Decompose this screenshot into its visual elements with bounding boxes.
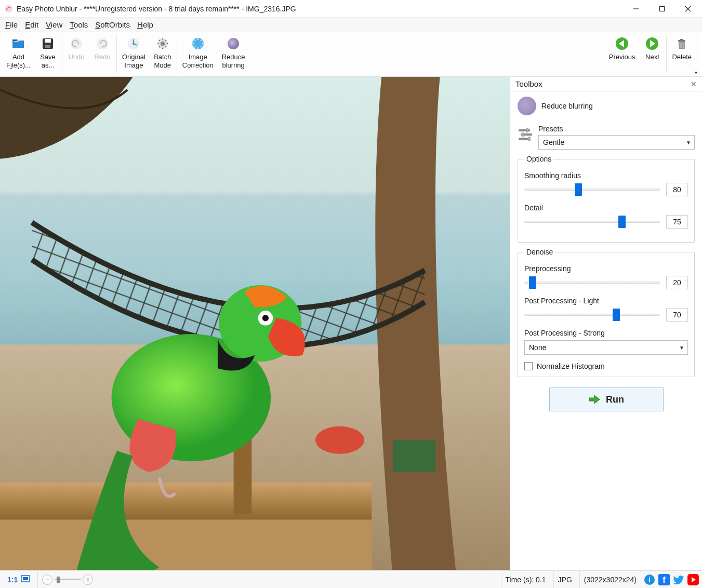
postlight-slider[interactable] [524, 311, 660, 319]
poststrong-value: None [529, 343, 546, 352]
next-button[interactable]: Next [640, 34, 664, 75]
postlight-value[interactable]: 70 [666, 308, 688, 322]
smoothing-value[interactable]: 80 [666, 183, 688, 196]
delete-label: Delete [672, 53, 692, 61]
detail-slider[interactable] [524, 218, 660, 226]
status-dimensions: (3022x3022x24) [579, 571, 641, 588]
normalize-histogram-checkbox[interactable]: Normalize Histogram [524, 362, 688, 370]
zoom-control[interactable]: − + [42, 574, 93, 585]
close-button[interactable] [675, 0, 701, 17]
detail-value[interactable]: 75 [666, 215, 688, 229]
options-legend: Options [524, 155, 553, 163]
window-title: Easy Photo Unblur - ****Unregistered ver… [17, 5, 623, 13]
delete-button[interactable]: Delete [669, 34, 695, 75]
preprocessing-label: Preprocessing [524, 264, 688, 273]
detail-label: Detail [524, 204, 688, 212]
image-correction-button[interactable]: ImageCorrection [179, 34, 217, 75]
chevron-down-icon: ▼ [686, 140, 691, 145]
original-image-label: OriginalImage [122, 53, 145, 70]
svg-point-18 [197, 47, 199, 49]
toolbox-section-title: Reduce blurring [541, 102, 593, 110]
main-area: Toolbox ✕ Reduce blurring Presets Gentle… [0, 77, 702, 570]
toolbar: AddFile(s)... Saveas... Undo Redo Origin… [0, 32, 702, 77]
presets-value: Gentle [543, 138, 564, 146]
svg-point-21 [194, 39, 195, 41]
image-canvas[interactable] [0, 77, 510, 570]
poststrong-select[interactable]: None ▼ [524, 340, 688, 355]
denoise-fieldset: Denoise Preprocessing 20 Post Processing… [518, 248, 695, 377]
next-label: Next [645, 53, 659, 61]
toolbox-panel: Toolbox ✕ Reduce blurring Presets Gentle… [510, 77, 702, 570]
svg-rect-53 [528, 137, 531, 141]
smoothing-label: Smoothing radius [524, 171, 688, 180]
postlight-label: Post Processing - Light [524, 297, 688, 305]
zoom-1to1-label[interactable]: 1:1 [7, 576, 18, 584]
svg-rect-32 [680, 39, 683, 41]
undo-button[interactable]: Undo [64, 34, 88, 75]
zoom-slider[interactable] [55, 579, 81, 580]
youtube-icon[interactable] [687, 574, 699, 585]
status-format: JPG [553, 571, 576, 588]
save-as-label: Saveas... [40, 53, 56, 70]
menu-file[interactable]: File [5, 20, 18, 29]
minimize-button[interactable] [623, 0, 649, 17]
image-correction-label: ImageCorrection [182, 53, 214, 70]
svg-point-20 [202, 43, 204, 45]
smoothing-slider[interactable] [524, 185, 660, 194]
run-button[interactable]: Run [549, 387, 664, 411]
svg-text:i: i [648, 576, 651, 584]
zoom-out-button[interactable]: − [42, 574, 52, 585]
facebook-icon[interactable]: f [658, 574, 670, 585]
reduce-blurring-button[interactable]: Reduceblurring [219, 34, 248, 75]
svg-rect-51 [526, 128, 528, 132]
svg-rect-39 [393, 440, 435, 472]
info-icon[interactable]: i [644, 574, 655, 585]
svg-rect-40 [0, 483, 372, 520]
previous-label: Previous [609, 53, 635, 61]
presets-label: Presets [538, 125, 695, 133]
reduce-blurring-label: Reduceblurring [222, 53, 245, 70]
menubar: File Edit View Tools SoftOrbits Help [0, 18, 702, 32]
batch-mode-label: BatchMode [154, 53, 171, 70]
svg-point-13 [133, 43, 135, 45]
add-files-label: AddFile(s)... [6, 53, 31, 70]
menu-edit[interactable]: Edit [25, 20, 38, 29]
original-image-button[interactable]: OriginalImage [119, 34, 149, 75]
normalize-label: Normalize Histogram [537, 362, 605, 370]
batch-mode-button[interactable]: BatchMode [151, 34, 175, 75]
twitter-icon[interactable] [673, 574, 684, 585]
menu-help[interactable]: Help [137, 20, 153, 29]
titlebar: Easy Photo Unblur - ****Unregistered ver… [0, 0, 702, 18]
toolbar-overflow-icon[interactable]: ▾ [695, 70, 699, 75]
poststrong-label: Post Processing - Strong [524, 329, 688, 337]
denoise-legend: Denoise [524, 248, 555, 256]
svg-rect-2 [660, 6, 665, 11]
preprocessing-slider[interactable] [524, 278, 660, 287]
presets-icon [518, 127, 533, 143]
toolbox-close-icon[interactable]: ✕ [691, 80, 697, 88]
svg-point-25 [228, 38, 239, 49]
svg-rect-6 [45, 39, 51, 43]
save-as-button[interactable]: Saveas... [36, 34, 60, 75]
menu-view[interactable]: View [46, 20, 62, 29]
svg-rect-52 [522, 132, 524, 137]
svg-rect-55 [23, 577, 28, 580]
previous-button[interactable]: Previous [606, 34, 639, 75]
menu-tools[interactable]: Tools [70, 20, 88, 29]
preprocessing-value[interactable]: 20 [666, 276, 688, 289]
statusbar: 1:1 − + Time (s): 0.1 JPG (3022x3022x24)… [0, 570, 702, 588]
zoom-in-button[interactable]: + [83, 574, 93, 585]
svg-point-15 [161, 42, 165, 46]
redo-button[interactable]: Redo [90, 34, 114, 75]
svg-point-43 [315, 426, 364, 454]
presets-select[interactable]: Gentle ▼ [538, 135, 695, 150]
menu-softorbits[interactable]: SoftOrbits [95, 20, 130, 29]
add-files-button[interactable]: AddFile(s)... [3, 34, 34, 75]
svg-point-23 [194, 46, 195, 47]
fit-icon[interactable] [21, 575, 30, 584]
options-fieldset: Options Smoothing radius 80 Detail 75 [518, 155, 695, 243]
svg-point-19 [192, 43, 194, 45]
svg-point-0 [5, 5, 12, 12]
maximize-button[interactable] [649, 0, 675, 17]
svg-point-17 [197, 38, 199, 40]
